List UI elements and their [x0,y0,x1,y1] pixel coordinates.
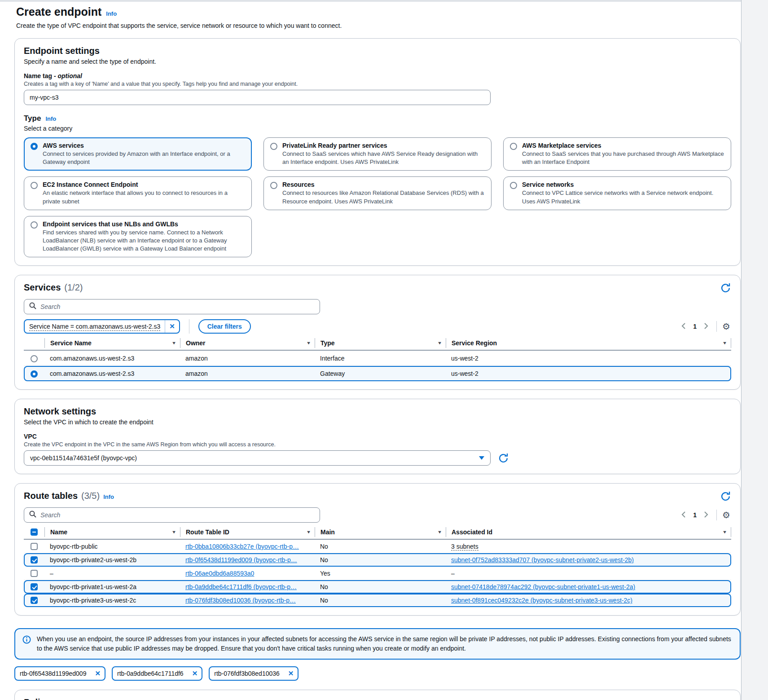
type-option-resources[interactable]: Resources Connect to resources like Amaz… [263,176,492,210]
type-option-title: Resources [282,181,485,188]
previous-page-button[interactable] [678,321,689,332]
filter-caret-icon[interactable]: ▼ [171,530,176,534]
services-search-input[interactable] [40,303,315,310]
route-table-id-link[interactable]: rtb-0f65438d1199ed009 (byovpc-rtb-p… [185,556,297,564]
chevron-right-icon [704,322,709,331]
service-name-filter-token[interactable]: Service Name = com.amazonaws.us-west-2.s… [24,319,180,334]
column-header-main[interactable]: Main▼ [315,527,446,537]
type-option-text: EC2 Instance Connect Endpoint An elastic… [43,181,245,205]
column-header-route-table-id[interactable]: Route Table ID▼ [180,527,315,537]
type-option-aws-services[interactable]: AWS services Connect to services provide… [24,137,252,171]
type-option-service-networks[interactable]: Service networks Connect to VPC Lattice … [503,176,731,210]
radio-icon [31,221,38,229]
type-cell: Gateway [315,370,446,377]
page-info-link[interactable]: Info [106,10,117,17]
route-tables-preferences-button[interactable]: ⚙ [721,511,731,519]
filter-caret-icon[interactable]: ▼ [306,530,311,534]
region-cell: us-west-2 [446,370,731,377]
type-option-description: Connect to resources like Amazon Relatio… [282,189,485,205]
row-radio-selected[interactable] [31,370,38,378]
radio-icon [510,182,517,189]
route-table-row-private1: byovpc-rtb-private1-us-west-2a rtb-0a9dd… [24,580,731,594]
refresh-icon [498,458,509,465]
type-option-title: PrivateLink Ready partner services [282,142,485,149]
close-icon[interactable]: ✕ [165,320,179,333]
services-preferences-button[interactable]: ⚙ [721,322,731,331]
route-table-id-link[interactable]: rtb-076fdf3b08ed10036 (byovpc-rtb-p… [185,597,296,604]
type-option-text: PrivateLink Ready partner services Conne… [282,142,485,166]
filter-caret-icon[interactable]: ▼ [722,530,727,534]
filter-token-label: Service Name = com.amazonaws.us-west-2.s… [25,323,165,330]
next-page-button[interactable] [701,510,712,520]
row-checkbox-checked[interactable] [31,597,38,604]
filter-caret-icon[interactable]: ▼ [306,341,311,345]
route-tables-search [24,507,320,523]
column-header-associated-id[interactable]: Associated Id▼ [446,527,731,537]
region-cell: us-west-2 [446,355,731,362]
vpc-select[interactable]: vpc-0eb11514a74631e5f (byovpc-vpc) [24,450,491,466]
column-label: Service Name [50,339,92,347]
associated-subnet-link[interactable]: subnet-0f752ad83333ad707 (byovpc-subnet-… [451,556,634,564]
row-checkbox-checked[interactable] [31,556,38,564]
window-top-edge [0,0,768,2]
filter-caret-icon[interactable]: ▼ [437,341,442,345]
page-number[interactable]: 1 [689,511,701,519]
type-option-description: Connect to services provided by Amazon w… [43,150,245,166]
services-card: Services (1/2) Service Name = com.amazon… [14,275,741,390]
type-option-privatelink-partner[interactable]: PrivateLink Ready partner services Conne… [263,137,492,171]
associated-subnet-link[interactable]: subnet-0f891cec049232c2e (byovpc-subnet-… [451,597,632,604]
type-info-link[interactable]: Info [45,115,56,122]
route-tables-search-input[interactable] [40,511,315,519]
column-header-name[interactable]: Name▼ [44,527,180,537]
type-heading: Type Info [24,114,731,123]
column-header-service-name[interactable]: Service Name▼ [44,338,180,348]
associated-id-cell: – [446,570,731,577]
column-header-type[interactable]: Type▼ [315,338,446,348]
vpc-label: VPC [24,433,731,440]
row-checkbox[interactable] [31,543,38,550]
associated-subnet-link[interactable]: subnet-07418de78974ac292 (byovpc-subnet-… [451,583,635,590]
type-label: Type [24,114,41,123]
column-header-service-region[interactable]: Service Region▼ [446,338,731,348]
pagination-divider [716,321,717,332]
route-tables-info-link[interactable]: Info [103,493,114,500]
close-icon[interactable]: ✕ [91,667,105,680]
previous-page-button[interactable] [678,510,689,520]
type-option-title: AWS Marketplace services [522,142,724,149]
route-tables-refresh-button[interactable] [720,491,731,502]
refresh-icon [720,497,731,503]
row-checkbox-checked[interactable] [31,583,38,590]
service-row-gateway: com.amazonaws.us-west-2.s3 amazon Gatewa… [24,366,731,381]
type-category-grid: AWS services Connect to services provide… [24,137,731,257]
select-all-checkbox[interactable] [31,528,38,536]
close-icon[interactable]: ✕ [188,667,202,680]
route-table-id-link[interactable]: rtb-0a9ddbe64c1711df6 (byovpc-rtb-p… [185,583,297,590]
route-tables-card: Route tables (3/5) Info 1 [14,483,741,616]
vpc-refresh-button[interactable] [498,453,509,464]
column-label: Service Region [452,339,497,347]
type-option-ec2-instance-connect[interactable]: EC2 Instance Connect Endpoint An elastic… [24,176,252,210]
services-refresh-button[interactable] [720,282,731,294]
type-option-marketplace[interactable]: AWS Marketplace services Connect to SaaS… [503,137,731,171]
clear-filters-button[interactable]: Clear filters [198,319,251,334]
network-settings-description: Select the VPC in which to create the en… [24,418,731,426]
page-number[interactable]: 1 [689,323,701,330]
radio-icon [510,143,517,150]
close-icon[interactable]: ✕ [284,667,298,680]
route-tables-title-text: Route tables [24,491,78,501]
next-page-button[interactable] [701,321,712,332]
type-option-text: AWS Marketplace services Connect to SaaS… [522,142,724,166]
filter-caret-icon[interactable]: ▼ [437,530,442,534]
name-tag-input[interactable] [24,90,491,105]
route-table-id-link[interactable]: rtb-06ae0dbd6a88593a0 [185,570,254,577]
filter-caret-icon[interactable]: ▼ [171,341,176,345]
column-header-owner[interactable]: Owner▼ [180,338,315,348]
type-option-nlb-gwlb-services[interactable]: Endpoint services that use NLBs and GWLB… [24,216,252,258]
row-checkbox[interactable] [31,570,38,577]
network-settings-title: Network settings [24,406,731,417]
row-radio[interactable] [31,355,38,362]
filter-caret-icon[interactable]: ▼ [722,341,727,345]
route-table-id-link[interactable]: rtb-0bba10806b33cb27e (byovpc-rtb-p… [185,543,299,550]
name-cell: – [44,570,180,577]
subnet-count-link[interactable]: 3 subnets [451,543,478,550]
